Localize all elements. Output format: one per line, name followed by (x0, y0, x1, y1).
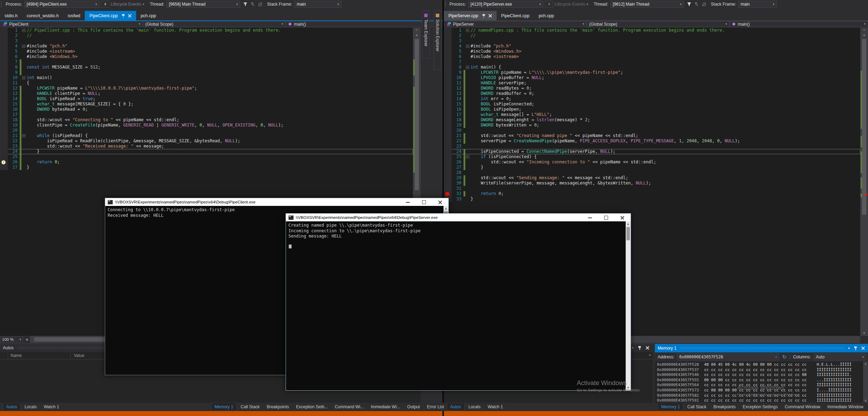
code-line[interactable]: 25− if (isPipeConnected) { (444, 154, 860, 160)
project-scope-dropdown[interactable]: PipeServer (445, 21, 587, 27)
project-scope-dropdown[interactable]: PipeClient (1, 21, 143, 27)
warning-icon[interactable]: ! (1, 160, 6, 164)
maximize-button[interactable] (416, 198, 432, 206)
code-line[interactable]: 6#include <iostream> (444, 54, 860, 59)
code-line[interactable]: 2// (0, 33, 413, 38)
code-line[interactable]: 26 std::wcout << "Incoming connection to… (444, 160, 860, 165)
global-scope-dropdown[interactable]: (Global Scope) (143, 21, 286, 27)
code-line[interactable]: 27} (0, 165, 413, 170)
column-divider[interactable] (70, 352, 71, 358)
memory-panel-header[interactable]: Memory 1 (655, 344, 868, 352)
fold-collapse-icon[interactable]: − (22, 76, 25, 79)
console-titlebar[interactable]: \\VBOXSVR\Experiments\namedPipes\namedPi… (286, 214, 631, 221)
fold-collapse-icon[interactable]: − (22, 45, 25, 48)
document-tab[interactable]: stdio.h (0, 11, 22, 20)
code-line[interactable]: 18 DWORD messageLenght = lstrlen(message… (444, 117, 860, 123)
refresh-icon[interactable]: ↻ (782, 354, 787, 360)
code-line[interactable]: 1−// namedPipes.cpp : This file contains… (444, 28, 860, 33)
fold-collapse-icon[interactable]: − (466, 155, 469, 158)
code-line[interactable]: 14 BOOL isPipeRead = true; (0, 96, 413, 102)
column-value[interactable]: Value (74, 353, 84, 358)
code-line[interactable]: 16 DWORD bytesRead = 0; (0, 107, 413, 112)
memory-row[interactable]: 0x000000E43057F582cc cc cc cc cc cc cc c… (657, 393, 863, 398)
console-output[interactable]: Creating named pipe \\.\pipe\mantvydas-f… (286, 221, 631, 390)
scrollbar-splitter-icon[interactable]: ≡ (413, 28, 421, 33)
tool-window-tab[interactable]: Autos (447, 403, 465, 411)
tool-window-tab[interactable]: Command Wi... (332, 403, 367, 410)
pin-icon[interactable] (854, 346, 857, 350)
code-line[interactable]: 20 (444, 128, 860, 133)
thread-dropdown[interactable]: [9612] Main Thread (610, 1, 684, 8)
code-line[interactable]: 2// (444, 33, 860, 38)
code-line[interactable]: 6#include <Windows.h> (0, 54, 413, 59)
code-line[interactable]: 3 (444, 38, 860, 44)
code-line[interactable]: 21 std::wcout << "Creating named pipe " … (444, 133, 860, 138)
tool-window-tab[interactable]: Command Window (781, 403, 823, 410)
fold-collapse-icon[interactable]: − (466, 29, 469, 32)
tool-window-tab[interactable]: Output (404, 403, 423, 410)
tool-window-tab[interactable]: Watch 1 (484, 403, 506, 410)
memory-row[interactable]: 0x000000E43057F537cc cc cc cc cc cc cc c… (657, 368, 863, 373)
filter-funnel-icon[interactable] (687, 2, 691, 7)
code-line[interactable]: 23 std::wcout << "Received message: " <<… (0, 144, 413, 149)
code-line[interactable]: 1−// PipeClient.cpp : This file contains… (0, 28, 413, 33)
code-line[interactable]: 29 std::wcout << "Sending message: " << … (444, 175, 860, 181)
scroll-down-icon[interactable]: ▼ (626, 386, 631, 389)
code-line[interactable]: 21− while (isPipeRead) { (0, 133, 413, 138)
lifecycle-events-label[interactable]: Lifecycle Events (111, 2, 141, 7)
code-line[interactable]: 16 BOOL isPipeOpen; (444, 107, 860, 112)
scrollbar-thumb[interactable] (415, 39, 419, 190)
scroll-up-icon[interactable]: ▲ (626, 222, 631, 226)
filter-funnel-arrow-icon[interactable] (250, 2, 255, 7)
toolbar-grip[interactable] (445, 1, 446, 7)
column-name[interactable]: Name (11, 353, 22, 358)
filter-funnel-arrow-icon[interactable] (694, 2, 699, 7)
tool-window-tab[interactable]: Exception Setti... (293, 403, 331, 410)
memory-row[interactable]: 0x000000E43057F546cc cc cc cc cc cc cc c… (657, 372, 863, 378)
code-line[interactable]: 13 HANDLE clientPipe = NULL; (0, 91, 413, 96)
code-line[interactable]: 8const int MESSAGE_SIZE = 512; (0, 65, 413, 70)
tool-window-tab[interactable]: Memory 1 (211, 403, 237, 411)
tool-window-tab[interactable]: Watch 1 (40, 403, 62, 410)
filter-funnel-icon[interactable] (243, 2, 248, 7)
code-line[interactable]: 15 wchar_t message[MESSAGE_SIZE] = { 0 }… (0, 102, 413, 107)
tool-window-tab[interactable]: Locals (465, 403, 484, 410)
scroll-left-icon[interactable]: ◀ (25, 338, 28, 341)
code-line[interactable]: 31 (444, 186, 860, 191)
memory-row[interactable]: 0x000000E43057F591cc cc cc cc cc cc cc c… (657, 398, 863, 403)
tool-window-tab[interactable]: Memory 1 (658, 403, 683, 411)
chevron-down-icon[interactable] (142, 3, 144, 6)
console-titlebar[interactable]: \\VBOXSVR\Experiments\namedPipes\namedPi… (105, 198, 448, 206)
scroll-up-icon[interactable]: ▲ (648, 353, 652, 356)
pin-icon[interactable] (638, 346, 642, 350)
tool-window-tab[interactable]: Call Stack (684, 403, 709, 410)
scrollbar-thumb[interactable] (862, 39, 866, 215)
scroll-up-icon[interactable]: ▲ (863, 362, 868, 365)
close-button[interactable] (432, 198, 448, 206)
lifecycle-events-label[interactable]: Lifecycle Events (555, 2, 585, 7)
code-line[interactable]: 17 wchar_t message[] = L"HELL"; (444, 112, 860, 117)
tool-window-tab[interactable]: Locals (21, 403, 40, 410)
tool-window-tab[interactable]: Immediate Wi... (368, 403, 403, 410)
memory-row[interactable]: 0x000000E43057F573cc 08 00 00 00 cc cc c… (657, 388, 863, 393)
document-tab[interactable]: pch.cpp (136, 11, 161, 20)
code-line[interactable]: 19 DWORD bytesWritten = 0; (444, 123, 860, 128)
breakpoint-icon[interactable] (445, 192, 449, 196)
editor-vertical-scrollbar[interactable]: ≡ ▲ ▼ (860, 28, 868, 336)
close-icon[interactable] (489, 14, 492, 18)
tool-window-tab[interactable]: Breakpoints (710, 403, 739, 410)
memory-row[interactable]: 0x000000E43057F564cc cc cc cc cc cc cc c… (657, 383, 863, 388)
code-line[interactable]: 11{ (0, 80, 413, 86)
scrollbar-thumb[interactable] (626, 227, 630, 240)
code-line[interactable]: 8−int main() { (444, 65, 860, 70)
code-line[interactable]: 33} (444, 196, 860, 202)
scroll-down-icon[interactable]: ▼ (860, 331, 868, 336)
fold-collapse-icon[interactable]: − (466, 66, 469, 69)
code-line[interactable]: 4−#include "pch.h" (0, 44, 413, 49)
code-line[interactable]: 5#include <iostream> (0, 49, 413, 54)
code-line[interactable]: 32 return 0; (444, 191, 860, 196)
code-line[interactable]: 3 (0, 38, 413, 44)
process-dropdown[interactable]: [4120] PipeServer.exe (468, 1, 543, 8)
close-icon[interactable] (861, 346, 865, 350)
code-line[interactable]: 4−#include "pch.h" (444, 44, 860, 49)
